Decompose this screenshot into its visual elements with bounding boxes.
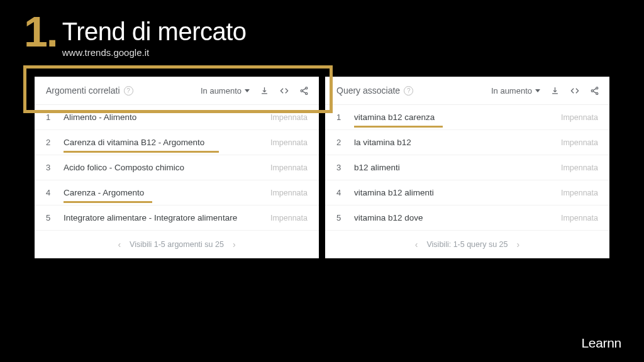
row-left: 1Alimento - Alimento — [46, 112, 136, 122]
sort-dropdown[interactable]: In aumento — [491, 86, 540, 96]
row-left: 4Carenza - Argomento — [46, 188, 144, 197]
panel-header: Query associate ? In aumento — [325, 77, 609, 105]
list-item[interactable]: 4Carenza - ArgomentoImpennata — [35, 180, 319, 206]
list-item[interactable]: 2la vitamina b12Impennata — [325, 130, 609, 155]
row-value: Impennata — [561, 113, 598, 122]
row-left: 5Integratore alimentare - Integratore al… — [46, 213, 237, 222]
row-number: 2 — [46, 138, 52, 147]
slide-number-dot: . — [47, 8, 57, 55]
pagination-text: Visibili 1-5 argomenti su 25 — [130, 240, 224, 249]
list-item[interactable]: 5Integratore alimentare - Integratore al… — [35, 206, 319, 231]
svg-point-2 — [306, 92, 308, 94]
row-left: 1vitamina b12 carenza — [336, 112, 435, 122]
slide-title: Trend di mercato — [62, 18, 247, 46]
help-icon[interactable]: ? — [124, 86, 133, 96]
slide-subtitle: www.trends.google.it — [62, 47, 247, 58]
list-item[interactable]: 5vitamina b12 doveImpennata — [325, 206, 609, 231]
row-number: 4 — [336, 188, 343, 197]
row-left: 3Acido folico - Composto chimico — [46, 163, 184, 172]
slide-title-wrap: Trend di mercato www.trends.google.it — [62, 14, 247, 58]
rows-container: 1Alimento - AlimentoImpennata2Carenza di… — [35, 105, 319, 231]
svg-point-5 — [596, 92, 598, 94]
panel-title-wrap: Query associate ? — [336, 85, 413, 96]
row-number: 2 — [336, 138, 343, 147]
panel-title-wrap: Argomenti correlati ? — [46, 85, 133, 96]
row-text: Alimento - Alimento — [64, 112, 136, 122]
row-number: 5 — [46, 213, 52, 222]
list-item[interactable]: 1Alimento - AlimentoImpennata — [35, 105, 319, 130]
embed-icon[interactable] — [570, 86, 580, 96]
svg-point-3 — [596, 87, 598, 89]
row-text: vitamina b12 dove — [354, 213, 423, 222]
list-item[interactable]: 3b12 alimentiImpennata — [325, 155, 609, 180]
row-value: Impennata — [270, 189, 308, 197]
slide-number-digit: 1 — [24, 8, 47, 55]
svg-point-0 — [306, 87, 308, 89]
row-text: vitamina b12 carenza — [354, 112, 435, 122]
panel-footer: ‹ Visibili: 1-5 query su 25 › — [325, 231, 609, 258]
svg-point-4 — [591, 89, 593, 91]
row-left: 2la vitamina b12 — [336, 138, 411, 147]
row-left: 4vitamina b12 alimenti — [336, 188, 434, 197]
panel-actions: In aumento — [201, 86, 309, 96]
row-value: Impennata — [561, 138, 598, 147]
row-left: 2Carenza di vitamina B12 - Argomento — [46, 138, 204, 147]
row-value: Impennata — [270, 138, 308, 147]
help-icon[interactable]: ? — [404, 86, 413, 96]
panel-footer: ‹ Visibili 1-5 argomenti su 25 › — [35, 231, 319, 258]
svg-point-1 — [301, 89, 303, 91]
chevron-down-icon — [245, 89, 250, 92]
download-icon[interactable] — [550, 86, 560, 96]
panel-actions: In aumento — [491, 86, 599, 96]
row-text: Carenza - Argomento — [64, 188, 144, 197]
panel-header: Argomenti correlati ? In aumento — [35, 77, 319, 105]
sort-dropdown[interactable]: In aumento — [201, 86, 250, 96]
list-item[interactable]: 1vitamina b12 carenzaImpennata — [325, 105, 609, 130]
related-topics-panel: Argomenti correlati ? In aumento 1Al — [35, 77, 319, 258]
prev-page-icon[interactable]: ‹ — [415, 239, 418, 250]
row-number: 3 — [336, 163, 343, 172]
chevron-down-icon — [535, 89, 540, 92]
panel-title: Query associate — [336, 85, 400, 96]
embed-icon[interactable] — [279, 86, 289, 96]
row-left: 5vitamina b12 dove — [336, 213, 423, 222]
next-page-icon[interactable]: › — [517, 239, 520, 250]
row-value: Impennata — [561, 214, 598, 222]
related-queries-panel: Query associate ? In aumento 1vitami — [325, 77, 609, 258]
slide-header: 1. Trend di mercato www.trends.google.it — [0, 0, 644, 58]
pagination-text: Visibili: 1-5 query su 25 — [426, 240, 508, 249]
share-icon[interactable] — [590, 86, 599, 96]
row-text: la vitamina b12 — [354, 138, 411, 147]
list-item[interactable]: 2Carenza di vitamina B12 - ArgomentoImpe… — [35, 130, 319, 155]
row-value: Impennata — [270, 214, 308, 222]
next-page-icon[interactable]: › — [233, 239, 236, 250]
row-text: vitamina b12 alimenti — [354, 188, 434, 197]
row-value: Impennata — [270, 163, 308, 172]
download-icon[interactable] — [260, 86, 269, 96]
share-icon[interactable] — [299, 86, 309, 96]
brand-logo: Learnn — [581, 336, 621, 351]
sort-label: In aumento — [201, 86, 242, 96]
row-text: Acido folico - Composto chimico — [64, 163, 184, 172]
row-text: b12 alimenti — [354, 163, 400, 172]
row-number: 3 — [46, 163, 52, 172]
slide-number: 1. — [24, 14, 57, 50]
row-number: 4 — [46, 188, 52, 197]
row-text: Carenza di vitamina B12 - Argomento — [64, 138, 204, 147]
panel-title: Argomenti correlati — [46, 85, 120, 96]
sort-label: In aumento — [491, 86, 532, 96]
prev-page-icon[interactable]: ‹ — [118, 239, 121, 250]
list-item[interactable]: 3Acido folico - Composto chimicoImpennat… — [35, 155, 319, 180]
row-value: Impennata — [561, 189, 598, 197]
panels-container: Argomenti correlati ? In aumento 1Al — [35, 77, 609, 258]
row-number: 1 — [46, 112, 52, 122]
row-left: 3b12 alimenti — [336, 163, 400, 172]
row-value: Impennata — [561, 163, 598, 172]
row-text: Integratore alimentare - Integratore ali… — [64, 213, 237, 222]
rows-container: 1vitamina b12 carenzaImpennata2la vitami… — [325, 105, 609, 231]
row-number: 5 — [336, 213, 343, 222]
row-value: Impennata — [270, 113, 308, 122]
list-item[interactable]: 4vitamina b12 alimentiImpennata — [325, 180, 609, 206]
row-number: 1 — [336, 112, 343, 122]
